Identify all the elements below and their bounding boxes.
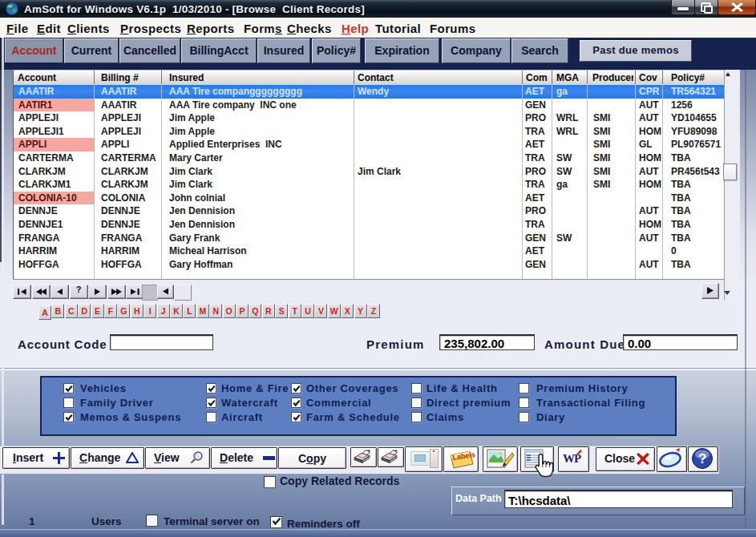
svg-text:?: ? <box>698 451 706 466</box>
